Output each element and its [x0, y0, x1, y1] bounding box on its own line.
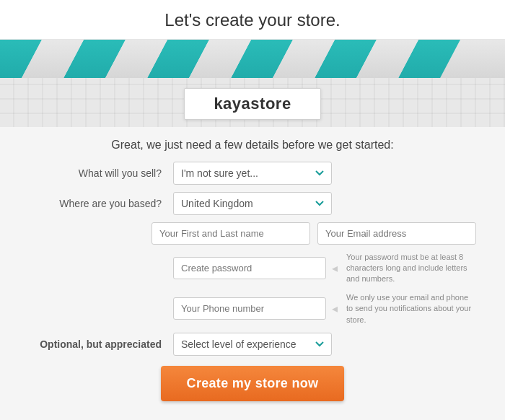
page-header: Let's create your store. — [0, 0, 505, 40]
phone-hint: We only use your email and phone to send… — [346, 292, 476, 325]
phone-row: ◂ We only use your email and phone to se… — [29, 292, 476, 325]
awning-svg — [0, 40, 505, 78]
create-store-button[interactable]: Create my store now — [161, 366, 345, 401]
form-subtitle: Great, we just need a few details before… — [29, 139, 476, 152]
awning-illustration — [0, 40, 505, 78]
country-row: Where are you based? United Kingdom Unit… — [29, 192, 476, 215]
store-name-sign: kayastore — [184, 88, 320, 120]
phone-hint-arrow: ◂ — [332, 302, 338, 315]
sell-select[interactable]: I'm not sure yet... Physical products Di… — [173, 162, 332, 185]
cta-area: Create my store now — [29, 366, 476, 408]
experience-select[interactable]: Select level of experience Beginner Inte… — [173, 333, 332, 356]
form-section: Great, we just need a few details before… — [0, 127, 505, 420]
experience-row: Optional, but appreciated Select level o… — [29, 333, 476, 356]
password-input[interactable] — [173, 257, 326, 279]
country-select[interactable]: United Kingdom United States Canada Aust… — [173, 192, 332, 215]
password-row: ◂ Your password must be at least 8 chara… — [29, 252, 476, 285]
password-hint: Your password must be at least 8 charact… — [346, 252, 476, 285]
name-email-controls — [152, 222, 476, 245]
store-sign-area: kayastore — [0, 78, 505, 127]
optional-label: Optional, but appreciated — [29, 338, 173, 350]
store-name: kayastore — [214, 95, 291, 113]
experience-control: Select level of experience Beginner Inte… — [173, 333, 476, 356]
sell-label: What will you sell? — [29, 167, 173, 179]
name-email-row — [29, 222, 476, 245]
page-title: Let's create your store. — [0, 10, 505, 30]
sell-row: What will you sell? I'm not sure yet... … — [29, 162, 476, 185]
phone-input[interactable] — [173, 297, 326, 320]
first-last-input[interactable] — [152, 222, 310, 245]
country-label: Where are you based? — [29, 198, 173, 209]
email-input[interactable] — [317, 222, 476, 245]
country-control: United Kingdom United States Canada Aust… — [173, 192, 476, 215]
password-hint-arrow: ◂ — [332, 261, 338, 275]
password-controls: ◂ Your password must be at least 8 chara… — [173, 252, 476, 285]
sell-control: I'm not sure yet... Physical products Di… — [173, 162, 476, 185]
phone-controls: ◂ We only use your email and phone to se… — [173, 292, 476, 325]
